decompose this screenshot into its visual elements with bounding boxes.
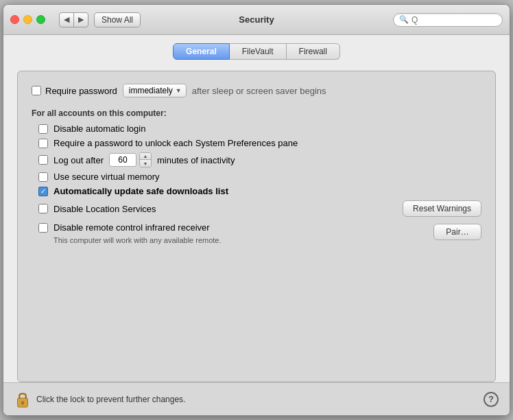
tab-firewall[interactable]: Firewall — [287, 43, 340, 60]
list-item: Use secure virtual memory — [38, 172, 481, 182]
section-label: For all accounts on this computer: — [32, 108, 481, 118]
minimize-button[interactable] — [23, 15, 32, 24]
traffic-lights — [10, 15, 45, 24]
stepper-up-button[interactable]: ▲ — [140, 153, 151, 160]
show-all-button[interactable]: Show All — [94, 12, 141, 27]
disable-auto-login-checkbox[interactable] — [38, 124, 48, 134]
infrared-sub-text: This computer will work with any availab… — [53, 235, 222, 246]
pair-button[interactable]: Pair… — [433, 224, 481, 240]
stepper-wrap: ▲ ▼ — [109, 152, 152, 167]
lock-wrap[interactable]: Click the lock to prevent further change… — [14, 390, 185, 409]
back-button[interactable]: ◀ — [59, 12, 74, 27]
option-label: Disable Location Services — [53, 204, 156, 214]
list-item: Disable remote control infrared receiver… — [38, 222, 481, 246]
list-item: ✓ Automatically update safe downloads li… — [38, 186, 481, 196]
logout-after-checkbox[interactable] — [38, 155, 48, 165]
require-password-checkbox-wrap: Require password — [32, 86, 117, 96]
content-area: General FileVault Firewall Require passw… — [3, 35, 510, 382]
list-item: Log out after ▲ ▼ minutes of inactivity — [38, 152, 481, 167]
reset-warnings-button[interactable]: Reset Warnings — [403, 200, 481, 217]
secure-vm-checkbox[interactable] — [38, 172, 48, 182]
option-label: Disable automatic login — [53, 124, 145, 134]
option-label: Log out after — [53, 155, 104, 165]
toolbar: ◀ ▶ Show All — [59, 12, 141, 27]
stepper-buttons: ▲ ▼ — [139, 152, 152, 167]
list-item: Disable automatic login — [38, 124, 481, 134]
lock-icon — [14, 390, 31, 409]
dropdown-value: immediately — [129, 86, 173, 95]
disable-location-checkbox[interactable] — [38, 204, 48, 213]
option-label-suffix: minutes of inactivity — [157, 155, 235, 165]
auto-update-checkbox[interactable]: ✓ — [38, 187, 48, 196]
require-password-checkbox[interactable] — [32, 86, 41, 95]
option-row-left: Disable Location Services — [38, 204, 156, 214]
dropdown-arrow-icon: ▼ — [176, 87, 182, 94]
option-label: Require a password to unlock each System… — [53, 138, 298, 148]
titlebar: ◀ ▶ Show All Security 🔍 — [3, 5, 510, 35]
search-box[interactable]: 🔍 — [393, 13, 503, 27]
tab-filevault[interactable]: FileVault — [230, 43, 287, 60]
list-item: Require a password to unlock each System… — [38, 138, 481, 148]
options-list: Disable automatic login Require a passwo… — [38, 124, 481, 246]
option-label: Use secure virtual memory — [53, 172, 160, 182]
svg-rect-1 — [21, 401, 24, 404]
main-window: ◀ ▶ Show All Security 🔍 General FileVaul… — [3, 4, 510, 416]
window-title: Security — [239, 14, 274, 25]
tab-bar: General FileVault Firewall — [17, 43, 496, 60]
disable-infrared-checkbox[interactable] — [38, 223, 48, 233]
option-row-left: Disable remote control infrared receiver — [38, 222, 222, 233]
pair-left: Disable remote control infrared receiver… — [38, 222, 222, 246]
after-sleep-text: after sleep or screen saver begins — [192, 86, 326, 96]
search-area: 🔍 — [393, 13, 503, 27]
search-input[interactable] — [411, 15, 497, 25]
immediately-dropdown[interactable]: immediately ▼ — [123, 84, 187, 97]
forward-button[interactable]: ▶ — [73, 12, 88, 27]
close-button[interactable] — [10, 15, 19, 24]
maximize-button[interactable] — [36, 15, 45, 24]
option-label: Automatically update safe downloads list — [53, 186, 228, 196]
stepper-down-button[interactable]: ▼ — [140, 160, 151, 167]
list-item: Disable Location Services Reset Warnings — [38, 200, 481, 217]
help-button[interactable]: ? — [484, 392, 499, 407]
search-icon: 🔍 — [399, 15, 409, 24]
lock-label: Click the lock to prevent further change… — [36, 395, 185, 404]
tab-general[interactable]: General — [173, 43, 230, 60]
require-password-row: Require password immediately ▼ after sle… — [32, 84, 481, 97]
require-password-prefs-checkbox[interactable] — [38, 139, 48, 148]
require-password-label: Require password — [45, 86, 117, 96]
general-panel: Require password immediately ▼ after sle… — [17, 71, 496, 382]
stepper-input[interactable] — [109, 153, 136, 167]
footer: Click the lock to prevent further change… — [3, 382, 510, 415]
option-label: Disable remote control infrared receiver — [53, 222, 210, 233]
